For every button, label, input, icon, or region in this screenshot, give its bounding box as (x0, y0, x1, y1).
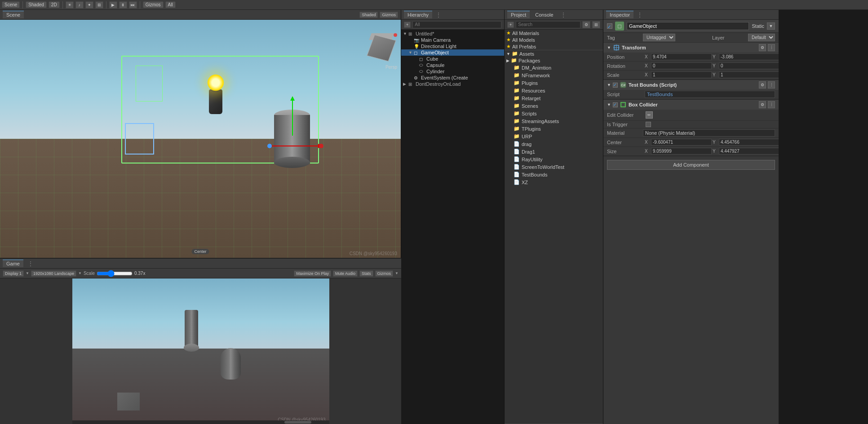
scale-slider[interactable] (97, 270, 133, 277)
asset-dm-animtion[interactable]: 📁 DM_Animtion (512, 64, 603, 71)
tree-item-main-camera[interactable]: 📷 Main Camera (401, 37, 504, 43)
play-icon[interactable]: ▶ (109, 1, 117, 9)
project-menu[interactable]: ⋮ (559, 12, 568, 18)
hierarchy-menu[interactable]: ⋮ (434, 12, 443, 18)
script-value[interactable]: TestBounds (645, 91, 775, 98)
hierarchy-search-input[interactable] (412, 21, 501, 28)
layer-select[interactable]: Default (748, 34, 775, 41)
asset-urp[interactable]: 📁 URP (512, 132, 603, 140)
maximize-btn[interactable]: Maximize On Play (294, 270, 331, 277)
scene-dropdown[interactable]: Scene (2, 1, 20, 8)
tree-item-eventsystem[interactable]: ⚙ EventSystem (Create (401, 75, 504, 81)
scale-y-input[interactable] (719, 71, 779, 78)
tree-item-dir-light[interactable]: 💡 Directional Light (401, 43, 504, 49)
pos-y-input[interactable] (719, 53, 779, 60)
asset-retarget[interactable]: 📁 Retarget (512, 94, 603, 102)
is-trigger-checkbox[interactable] (646, 122, 651, 127)
asset-xz[interactable]: 📄 XZ (512, 178, 603, 186)
asset-streaming[interactable]: 📁 StreamingAssets (512, 117, 603, 125)
gizmos-dropdown[interactable]: Gizmos (143, 1, 164, 8)
tree-item-cube[interactable]: ◻ Cube (401, 56, 504, 62)
resolution-dropdown[interactable]: 1920x1080 Landscape (31, 270, 76, 277)
size-x-input[interactable] (651, 148, 712, 155)
tree-item-gameobject[interactable]: ▼ ◻ GameObject (401, 49, 504, 56)
gizmos-btn[interactable]: Gizmos (380, 12, 398, 18)
audio-icon-btn[interactable]: ♪ (75, 1, 84, 9)
game-menu-icon[interactable]: ⋮ (26, 261, 35, 267)
edit-collider-btn[interactable]: ✏ (646, 111, 653, 119)
asset-nframework[interactable]: 📁 NFramework (512, 71, 603, 79)
rot-x-input[interactable] (651, 62, 712, 69)
shading-dropdown[interactable]: Shaded (26, 1, 46, 8)
bc-settings-btn[interactable]: ⚙ (759, 101, 766, 108)
fav-all-materials[interactable]: ★ All Materials (505, 30, 603, 36)
add-component-button[interactable]: Add Component (607, 160, 775, 170)
bc-enabled-checkbox[interactable]: ✓ (613, 102, 618, 107)
effects-icon-btn[interactable]: ✦ (85, 1, 93, 9)
shaded-btn[interactable]: Shaded (359, 12, 378, 18)
asset-screentoworldtest[interactable]: 📄 ScreenToWorldTest (512, 163, 603, 171)
tree-item-dontdestroy[interactable]: ▶ ⊞ DontDestroyOnLoad (401, 81, 504, 87)
game-gizmos-btn[interactable]: Gizmos (375, 270, 394, 277)
mode-2d-btn[interactable]: 2D (49, 1, 60, 8)
tab-console[interactable]: Console (531, 11, 557, 18)
step-icon[interactable]: ⏭ (129, 1, 137, 9)
rot-y-input[interactable] (719, 62, 779, 69)
packages-root-item[interactable]: ▶ 📁 Packages (505, 57, 603, 64)
center-y-input[interactable] (719, 139, 779, 146)
asset-plugins[interactable]: 📁 Plugins (512, 79, 603, 87)
project-layout-icon[interactable]: ⊞ (592, 21, 600, 28)
asset-drag1[interactable]: 📄 Drag1 (512, 148, 603, 155)
scrollbar-thumb[interactable] (284, 421, 311, 424)
static-dropdown[interactable]: ▼ (767, 22, 775, 30)
tb-enabled-checkbox[interactable]: ✓ (613, 83, 618, 88)
asset-drag[interactable]: 📄 drag (512, 140, 603, 148)
box-collider-header[interactable]: ▼ ✓ Box Collider ⚙ ⋮ (603, 100, 779, 110)
tree-item-capsule[interactable]: ⬭ Capsule (401, 62, 504, 68)
scale-x-input[interactable] (651, 71, 712, 78)
asset-resources[interactable]: 📁 Resources (512, 87, 603, 94)
test-bounds-header[interactable]: ▼ ✓ C# Test Bounds (Script) ⚙ ⋮ (603, 80, 779, 90)
tree-item-untitled[interactable]: ▼ ⊞ Untitled* (401, 31, 504, 37)
nav-cube[interactable] (366, 32, 397, 64)
mute-btn[interactable]: Mute Audio (333, 270, 358, 277)
lighting-icon-btn[interactable]: ☀ (66, 1, 74, 9)
all-dropdown[interactable]: All (165, 1, 176, 8)
assets-root-item[interactable]: ▼ 📁 Assets (505, 50, 603, 57)
project-settings-icon[interactable]: ⚙ (582, 21, 590, 28)
tree-item-cylinder[interactable]: ⬭ Cylinder (401, 68, 504, 75)
size-y-input[interactable] (719, 148, 779, 155)
display-dropdown[interactable]: Display 1 (3, 270, 24, 277)
transform-menu-btn[interactable]: ⋮ (768, 44, 775, 51)
bc-menu-btn[interactable]: ⋮ (768, 101, 775, 108)
asset-rayutility[interactable]: 📄 RayUtility (512, 155, 603, 163)
tb-menu-btn[interactable]: ⋮ (768, 81, 775, 88)
asset-scenes[interactable]: 📁 Scenes (512, 102, 603, 110)
asset-testbounds[interactable]: 📄 TestBounds (512, 171, 603, 178)
project-add-btn[interactable]: + (507, 22, 514, 28)
stats-btn[interactable]: Stats (359, 270, 373, 277)
overlay-icon-btn[interactable]: ⊞ (95, 1, 103, 9)
tab-game[interactable]: Game (3, 260, 23, 267)
scene-viewport[interactable]: Persp Center CSDN @sky954260193 (0, 20, 401, 258)
transform-header[interactable]: ▼ Transform ⚙ ⋮ (603, 43, 779, 53)
tab-project[interactable]: Project (507, 11, 530, 18)
material-value[interactable]: None (Physic Material) (643, 129, 775, 137)
tab-hierarchy[interactable]: Hierarchy (404, 11, 432, 18)
object-name-input[interactable] (627, 22, 749, 30)
center-mode-label[interactable]: Center (191, 249, 209, 254)
hierarchy-add-btn[interactable]: + (404, 22, 411, 28)
tab-scene[interactable]: Scene (3, 11, 24, 18)
transform-settings-btn[interactable]: ⚙ (759, 44, 766, 51)
pos-x-input[interactable] (651, 53, 712, 60)
center-x-input[interactable] (651, 139, 712, 146)
game-scrollbar[interactable] (72, 420, 329, 424)
fav-all-prefabs[interactable]: ★ All Prefabs (505, 43, 603, 50)
fav-all-models[interactable]: ★ All Models (505, 36, 603, 43)
asset-scripts[interactable]: 📁 Scripts (512, 110, 603, 117)
pause-icon[interactable]: ⏸ (119, 1, 127, 9)
tab-inspector[interactable]: Inspector (606, 11, 633, 18)
project-search-input[interactable] (516, 21, 580, 28)
tag-select[interactable]: Untagged (643, 34, 675, 41)
tb-settings-btn[interactable]: ⚙ (759, 81, 766, 88)
